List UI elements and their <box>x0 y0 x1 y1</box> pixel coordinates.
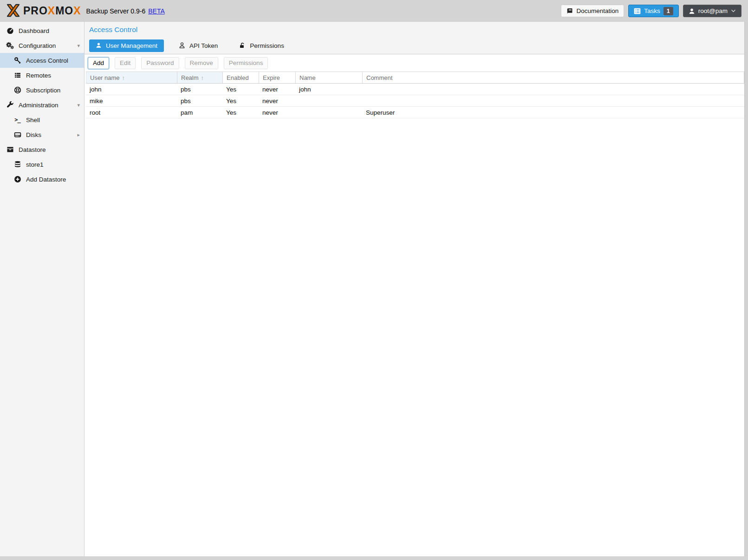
documentation-button[interactable]: Documentation <box>561 5 624 17</box>
page: PROXMOX Backup Server 0.9-6 BETA Documen… <box>0 0 748 560</box>
dashboard-gauge-icon <box>6 27 14 34</box>
archive-box-icon <box>6 146 14 153</box>
sidebar-item-datastore[interactable]: Datastore <box>0 142 84 157</box>
sidebar-item-access-control[interactable]: Access Control <box>0 53 84 68</box>
sidebar-item-remotes[interactable]: Remotes <box>0 68 84 83</box>
tasks-label: Tasks <box>644 7 660 14</box>
content-area: Dashboard <box>0 22 748 556</box>
table-row-john[interactable]: john pbs Yes never john <box>86 84 744 95</box>
main-panel: Access Control User Management <box>85 22 748 556</box>
sidebar-item-administration[interactable]: Administration ▾ <box>0 98 84 112</box>
tab-label: API Token <box>189 42 218 49</box>
sidebar-item-label: Configuration <box>19 42 56 49</box>
terminal-icon: >_ <box>13 117 21 123</box>
sidebar-item-configuration[interactable]: Configuration ▾ <box>0 38 84 53</box>
sidebar-nav: Dashboard <box>0 22 85 556</box>
sort-ascending-icon: ↑ <box>201 74 204 81</box>
column-label: Expire <box>263 74 280 81</box>
cell-enabled: Yes <box>222 86 259 93</box>
sidebar-item-label: Dashboard <box>19 27 49 34</box>
plus-circle-icon <box>13 176 21 183</box>
tasks-button[interactable]: Tasks 1 <box>628 5 678 17</box>
cell-comment: Superuser <box>362 109 744 116</box>
add-button[interactable]: Add <box>88 57 109 69</box>
list-bars-icon <box>13 72 21 79</box>
column-header-realm[interactable]: Realm ↑ <box>177 72 223 83</box>
wordmark-part: PRO <box>23 5 48 17</box>
wordmark-part: MO <box>55 5 73 17</box>
wordmark-part: X <box>48 5 55 17</box>
tab-label: User Management <box>106 42 157 49</box>
sidebar-item-label: Subscription <box>26 87 60 94</box>
users-grid: User name ↑ Realm ↑ Enabled Expire Name <box>86 72 744 118</box>
cell-username: mike <box>86 98 177 104</box>
wrench-icon <box>6 101 14 109</box>
user-icon <box>96 42 102 50</box>
cell-username: john <box>86 86 177 93</box>
collapse-arrow-icon[interactable]: ▾ <box>77 102 80 108</box>
gears-icon <box>6 42 14 49</box>
topbar-actions: Documentation Tasks 1 <box>561 5 741 17</box>
column-label: Enabled <box>227 74 249 81</box>
sidebar-item-subscription[interactable]: Subscription <box>0 83 84 98</box>
table-row-mike[interactable]: mike pbs Yes never <box>86 95 744 107</box>
chevron-down-icon <box>731 9 736 13</box>
tab-permissions[interactable]: Permissions <box>233 39 291 52</box>
tasks-count-badge: 1 <box>663 7 673 15</box>
sidebar-item-label: Access Control <box>26 57 68 64</box>
beta-link[interactable]: BETA <box>148 7 165 15</box>
product-version-label: Backup Server 0.9-6 <box>86 7 146 15</box>
database-icon <box>13 161 21 168</box>
grid-header-row: User name ↑ Realm ↑ Enabled Expire Name <box>86 72 744 84</box>
user-menu-button[interactable]: root@pam <box>683 5 741 17</box>
cell-expire: never <box>259 109 295 116</box>
cell-enabled: Yes <box>222 109 259 116</box>
wordmark-part: X <box>73 5 81 17</box>
tab-user-management[interactable]: User Management <box>89 39 164 52</box>
tab-label: Permissions <box>250 42 284 49</box>
top-header-bar: PROXMOX Backup Server 0.9-6 BETA Documen… <box>0 0 748 22</box>
hard-disk-icon <box>13 131 21 138</box>
tab-bar: User Management API Token <box>89 39 743 52</box>
sidebar-item-dashboard[interactable]: Dashboard <box>0 23 84 38</box>
tab-api-token[interactable]: API Token <box>172 39 224 52</box>
collapse-arrow-icon[interactable]: ▾ <box>77 43 80 49</box>
cell-username: root <box>86 109 177 116</box>
sidebar-item-disks[interactable]: Disks ▸ <box>0 127 84 142</box>
vertical-scrollbar-track[interactable] <box>744 22 748 556</box>
cell-name: john <box>295 86 362 93</box>
column-header-expire[interactable]: Expire <box>259 72 296 83</box>
book-icon <box>566 8 573 14</box>
column-label: Name <box>299 74 316 81</box>
sidebar-item-label: Shell <box>26 117 40 124</box>
sidebar-item-shell[interactable]: >_ Shell <box>0 112 84 127</box>
panel-header: Access Control User Management <box>85 22 748 54</box>
column-header-enabled[interactable]: Enabled <box>223 72 259 83</box>
sidebar-item-label: Remotes <box>26 72 51 79</box>
unlock-icon <box>239 42 246 50</box>
edit-button: Edit <box>115 57 136 69</box>
user-icon <box>689 8 695 14</box>
column-label: User name <box>90 74 120 81</box>
sidebar-item-label: Datastore <box>19 146 46 153</box>
expand-arrow-icon[interactable]: ▸ <box>77 132 80 138</box>
cell-enabled: Yes <box>222 98 259 104</box>
cell-realm: pam <box>177 109 222 116</box>
column-label: Comment <box>366 74 392 81</box>
page-title: Access Control <box>89 25 743 34</box>
table-row-root[interactable]: root pam Yes never Superuser <box>86 107 744 118</box>
column-header-username[interactable]: User name ↑ <box>86 72 177 83</box>
user-outline-icon <box>179 42 185 50</box>
user-menu-label: root@pam <box>698 7 728 14</box>
column-header-comment[interactable]: Comment <box>363 72 744 83</box>
sidebar-item-store1[interactable]: store1 <box>0 157 84 172</box>
sidebar-item-add-datastore[interactable]: Add Datastore <box>0 172 84 187</box>
sidebar-item-label: Administration <box>19 102 59 109</box>
proxmox-logo: PROXMOX <box>6 4 81 19</box>
column-label: Realm <box>181 74 199 81</box>
column-header-name[interactable]: Name <box>296 72 363 83</box>
cell-expire: never <box>259 98 295 104</box>
remove-button: Remove <box>185 57 218 69</box>
task-list-icon <box>634 8 641 14</box>
proxmox-wordmark: PROXMOX <box>23 5 81 17</box>
